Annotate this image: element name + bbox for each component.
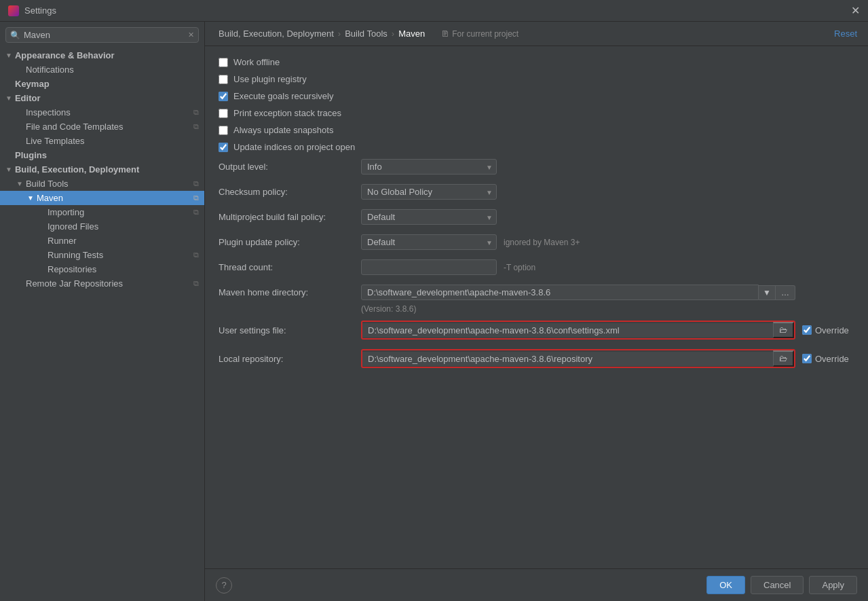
user-settings-file-browse-button[interactable]: 🗁	[773, 322, 794, 338]
sidebar-item-label-notifications: Notifications	[26, 65, 74, 75]
nav-tree: ▼Appearance & BehaviorNotificationsKeyma…	[0, 45, 204, 601]
sidebar-item-appearance[interactable]: ▼Appearance & Behavior	[0, 48, 204, 62]
sidebar-item-maven[interactable]: ▼Maven⧉	[0, 191, 204, 205]
checkbox-label-always-update-snapshots: Always update snapshots	[233, 125, 333, 135]
field-label-plugin-update-policy: Plugin update policy:	[219, 237, 361, 247]
field-label-checksum-policy: Checksum policy:	[219, 187, 361, 197]
maven-version-hint: (Version: 3.8.6)	[361, 304, 854, 314]
checkbox-print-exception-stack-traces[interactable]	[219, 109, 228, 118]
nav-copy-icon-remote-jar-repositories: ⧉	[193, 279, 199, 288]
bottom-buttons: OK Cancel Apply	[706, 576, 857, 594]
project-icon: 🖹	[441, 29, 449, 39]
sidebar-item-inspections[interactable]: Inspections⧉	[0, 105, 204, 120]
title-bar-text: Settings	[24, 5, 851, 16]
checkbox-always-update-snapshots[interactable]	[219, 126, 228, 135]
checkbox-label-use-plugin-registry: Use plugin registry	[233, 74, 307, 84]
breadcrumb-sep-1: ›	[392, 29, 394, 39]
user-settings-file-row: User settings file:🗁Override	[219, 321, 854, 340]
sidebar-item-label-remote-jar-repositories: Remote Jar Repositories	[26, 278, 123, 289]
sidebar-item-plugins[interactable]: Plugins	[0, 148, 204, 162]
maven-home-input-wrapper: ▼…	[361, 285, 795, 300]
help-button[interactable]: ?	[216, 577, 232, 594]
sidebar-item-build-execution-deployment[interactable]: ▼Build, Execution, Deployment	[0, 162, 204, 177]
sidebar-item-file-code-templates[interactable]: File and Code Templates⧉	[0, 120, 204, 134]
maven-home-dropdown-button[interactable]: ▼	[759, 285, 776, 300]
checkbox-row-work-offline: Work offline	[219, 57, 854, 67]
sidebar-item-notifications[interactable]: Notifications	[0, 62, 204, 77]
local-repository-override-checkbox[interactable]	[802, 354, 812, 363]
sidebar-item-keymap[interactable]: Keymap	[0, 77, 204, 91]
hint-plugin-update-policy: ignored by Maven 3+	[504, 238, 580, 247]
main-content: Build, Execution, Deployment › Build Too…	[205, 22, 868, 601]
field-label-thread-count: Thread count:	[219, 262, 361, 272]
sidebar-item-label-running-tests: Running Tests	[48, 250, 103, 260]
dropdown-wrapper-checksum-policy: No Global PolicyStrictWarnIgnore▼	[361, 184, 497, 200]
for-current-project-label: For current project	[452, 29, 518, 39]
sidebar-item-runner[interactable]: Runner	[0, 234, 204, 248]
sidebar-item-label-ignored-files: Ignored Files	[48, 221, 98, 232]
sidebar-item-running-tests[interactable]: Running Tests⧉	[0, 248, 204, 262]
nav-copy-icon-build-tools: ⧉	[193, 179, 199, 188]
close-button[interactable]: ✕	[851, 5, 860, 16]
sidebar: 🔍 ✕ ▼Appearance & BehaviorNotificationsK…	[0, 22, 205, 601]
sidebar-item-label-live-templates: Live Templates	[26, 136, 84, 146]
local-repository-override-label: Override	[815, 354, 849, 364]
sidebar-item-label-runner: Runner	[48, 236, 77, 246]
ok-button[interactable]: OK	[706, 576, 745, 594]
local-repository-label: Local repository:	[219, 354, 361, 364]
checkbox-row-update-indices-on-project-open: Update indices on project open	[219, 142, 854, 152]
checkbox-label-work-offline: Work offline	[233, 57, 280, 67]
search-clear-button[interactable]: ✕	[188, 31, 194, 39]
breadcrumb-sep-0: ›	[338, 29, 341, 39]
reset-button[interactable]: Reset	[834, 29, 857, 39]
checkbox-row-use-plugin-registry: Use plugin registry	[219, 74, 854, 84]
sidebar-item-label-plugins: Plugins	[15, 150, 47, 160]
checkbox-execute-goals-recursively[interactable]	[219, 92, 228, 101]
checkbox-label-update-indices-on-project-open: Update indices on project open	[233, 142, 355, 152]
user-settings-override-checkbox[interactable]	[802, 325, 812, 335]
search-input[interactable]	[24, 30, 188, 40]
app-icon	[8, 5, 19, 16]
for-current-project: 🖹 For current project	[441, 29, 518, 39]
search-box[interactable]: 🔍 ✕	[5, 27, 199, 43]
sidebar-item-remote-jar-repositories[interactable]: Remote Jar Repositories⧉	[0, 276, 204, 291]
dropdown-plugin-update-policy[interactable]: DefaultAlwaysNever	[361, 234, 497, 250]
checkbox-label-print-exception-stack-traces: Print exception stack traces	[233, 108, 341, 118]
checkbox-work-offline[interactable]	[219, 58, 228, 67]
nav-arrow-maven: ▼	[27, 194, 34, 202]
sidebar-item-live-templates[interactable]: Live Templates	[0, 134, 204, 148]
dropdown-output-level[interactable]: InfoDebugQuiet	[361, 159, 497, 175]
field-label-output-level: Output level:	[219, 162, 361, 172]
thread-count-input[interactable]	[361, 259, 497, 275]
field-row-thread-count: Thread count:-T option	[219, 259, 854, 275]
nav-copy-icon-inspections: ⧉	[193, 108, 199, 117]
checkbox-update-indices-on-project-open[interactable]	[219, 143, 228, 152]
cancel-button[interactable]: Cancel	[751, 576, 804, 594]
maven-home-label: Maven home directory:	[219, 287, 361, 297]
local-repository-input[interactable]	[362, 352, 773, 366]
local-repository-browse-button[interactable]: 🗁	[773, 350, 794, 367]
sidebar-item-label-build-execution-deployment: Build, Execution, Deployment	[15, 164, 139, 175]
sidebar-item-editor[interactable]: ▼Editor	[0, 91, 204, 105]
user-settings-file-input[interactable]	[362, 323, 773, 338]
checkbox-use-plugin-registry[interactable]	[219, 75, 228, 84]
checkbox-label-execute-goals-recursively: Execute goals recursively	[233, 91, 333, 101]
maven-home-browse-button[interactable]: …	[776, 285, 795, 300]
user-settings-file-field-wrapper: 🗁	[361, 321, 795, 340]
nav-arrow-build-tools: ▼	[16, 180, 23, 187]
dropdown-wrapper-multiproject-build-fail-policy: DefaultFail FastFail At EndNever Fail▼	[361, 209, 497, 225]
breadcrumb-part-1: Build Tools	[345, 29, 388, 39]
search-icon: 🔍	[10, 31, 20, 40]
dropdown-checksum-policy[interactable]: No Global PolicyStrictWarnIgnore	[361, 184, 497, 200]
breadcrumb-bar: Build, Execution, Deployment › Build Too…	[205, 22, 868, 46]
sidebar-item-label-inspections: Inspections	[26, 107, 71, 117]
sidebar-item-importing[interactable]: Importing⧉	[0, 205, 204, 219]
checkbox-row-always-update-snapshots: Always update snapshots	[219, 125, 854, 135]
apply-button[interactable]: Apply	[809, 576, 857, 594]
dropdown-multiproject-build-fail-policy[interactable]: DefaultFail FastFail At EndNever Fail	[361, 209, 497, 225]
sidebar-item-ignored-files[interactable]: Ignored Files	[0, 219, 204, 234]
sidebar-item-repositories[interactable]: Repositories	[0, 262, 204, 276]
maven-home-input[interactable]	[361, 285, 759, 300]
sidebar-item-build-tools[interactable]: ▼Build Tools⧉	[0, 177, 204, 191]
local-repository-field-wrapper: 🗁	[361, 349, 795, 368]
